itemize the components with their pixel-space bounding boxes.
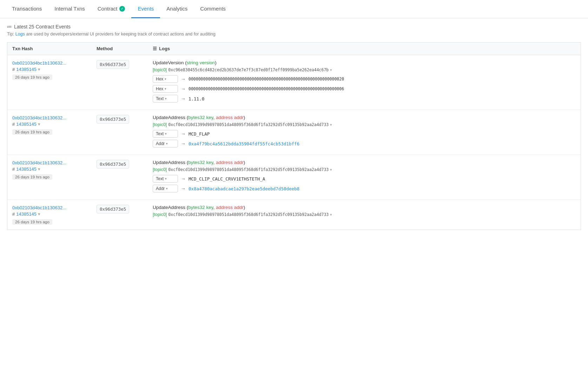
data-row: Hex ▾ → 00000000000000000000000000000000… <box>153 75 576 83</box>
block-line: # 14385145 ▾ <box>12 211 97 217</box>
topic-line: [topic0] 0xcf0ecd10d1399d98978051da48095… <box>153 167 576 172</box>
topic-hash: 0xcf0ecd10d1399d98978051da48095f368d6f1f… <box>168 212 329 217</box>
tab-transactions-label: Transactions <box>12 6 42 12</box>
topic-line: [topic0] 0xcf0ecd10d1399d98978051da48095… <box>153 212 576 217</box>
txn-col: 0xb02103d4bc1b130632... # 14385145 ▾ 26 … <box>12 160 97 180</box>
logs-label: Logs <box>159 46 170 51</box>
arrow: → <box>181 131 186 137</box>
tab-analytics[interactable]: Analytics <box>160 0 194 18</box>
tab-events-label: Events <box>138 6 154 12</box>
tip-link[interactable]: Logs <box>15 32 25 37</box>
txn-hash-link[interactable]: 0xb02103d4bc1b130632... <box>12 205 66 210</box>
section-title-text: Latest 25 Contract Events <box>14 24 71 29</box>
tip-suffix: are used by developers/external UI provi… <box>26 32 215 37</box>
txn-col: 0xb02103d4bc1b130632... # 14385145 ▾ 26 … <box>12 115 97 135</box>
topic-hash: 0xc96e830455c6cd482ced2b3637de7e7f3c87ed… <box>168 67 329 72</box>
topic-line: [topic0] 0xcf0ecd10d1399d98978051da48095… <box>153 122 576 127</box>
block-prefix: # <box>12 211 15 217</box>
tab-bar: Transactions Internal Txns Contract ✓ Ev… <box>0 0 588 18</box>
section-icon: ≔ <box>7 24 12 29</box>
format-btn-text1[interactable]: Text ▾ <box>153 95 178 103</box>
tab-internal-txns-label: Internal Txns <box>54 6 85 12</box>
method-col: 0x96d373e5 <box>97 115 153 124</box>
section-title: ≔ Latest 25 Contract Events <box>7 24 581 29</box>
method-badge: 0x96d373e5 <box>97 205 129 214</box>
txn-age: 26 days 19 hrs ago <box>12 129 52 135</box>
param-addr: address <box>216 205 233 210</box>
event-title: UpdateAddress (bytes32 key, address addr… <box>153 115 576 120</box>
table-row: 0xb02103d4bc1b130632... # 14385145 ▾ 26 … <box>7 55 581 110</box>
method-col: 0x96d373e5 <box>97 205 153 214</box>
method-badge: 0x96d373e5 <box>97 160 129 169</box>
tab-internal-txns[interactable]: Internal Txns <box>48 0 91 18</box>
block-line: # 14385145 ▾ <box>12 166 97 172</box>
block-link[interactable]: 14385145 <box>16 211 37 217</box>
txn-age: 26 days 19 hrs ago <box>12 74 52 80</box>
tab-events[interactable]: Events <box>131 0 160 18</box>
method-col: 0x96d373e5 <box>97 60 153 69</box>
data-row: Hex ▾ → 00000000000000000000000000000000… <box>153 85 576 93</box>
event-name: UpdateAddress <box>153 160 185 165</box>
topic-hash: 0xcf0ecd10d1399d98978051da48095f368d6f1f… <box>168 122 329 127</box>
data-value-text2: MCD_FLAP <box>189 131 210 137</box>
format-btn-addr1[interactable]: Addr ▾ <box>153 140 178 147</box>
event-title: UpdateAddress (bytes32 key, address addr… <box>153 160 576 165</box>
block-link[interactable]: 14385145 <box>16 166 37 172</box>
method-badge: 0x96d373e5 <box>97 60 129 69</box>
data-value-text3: MCD_CLIP_CALC_CRVV1ETHSTETH_A <box>189 176 265 182</box>
filter-icon[interactable]: ▾ <box>330 168 332 172</box>
table-row: 0xb02103d4bc1b130632... # 14385145 ▾ 26 … <box>7 110 581 155</box>
logs-col: UpdateVersion (string version) [topic0] … <box>153 60 576 105</box>
txn-hash-link[interactable]: 0xb02103d4bc1b130632... <box>12 115 66 120</box>
topic-hash: 0xcf0ecd10d1399d98978051da48095f368d6f1f… <box>168 167 329 172</box>
data-value-text1: 1.11.0 <box>189 96 204 101</box>
filter-icon[interactable]: ▾ <box>330 123 332 127</box>
param-addr: address <box>216 160 233 165</box>
block-prefix: # <box>12 122 15 127</box>
filter-icon[interactable]: ▾ <box>330 68 332 72</box>
arrow: → <box>181 176 186 182</box>
format-btn-text3[interactable]: Text ▾ <box>153 175 178 183</box>
tab-comments[interactable]: Comments <box>194 0 232 18</box>
topic-label: [topic0] <box>153 67 167 72</box>
tab-contract[interactable]: Contract ✓ <box>91 0 132 18</box>
txn-hash-link[interactable]: 0xb02103d4bc1b130632... <box>12 60 66 66</box>
topic-label: [topic0] <box>153 167 167 172</box>
format-btn-hex2[interactable]: Hex ▾ <box>153 85 178 93</box>
logs-col: UpdateAddress (bytes32 key, address addr… <box>153 160 576 195</box>
arrow: → <box>181 76 186 82</box>
verified-icon: ✓ <box>119 6 125 12</box>
event-name: UpdateAddress <box>153 205 185 210</box>
block-link[interactable]: 14385145 <box>16 122 37 127</box>
filter-icon[interactable]: ▾ <box>330 212 332 217</box>
event-name: UpdateAddress <box>153 115 185 120</box>
txn-col: 0xb02103d4bc1b130632... # 14385145 ▾ 26 … <box>12 60 97 80</box>
data-row: Text ▾ → MCD_FLAP <box>153 130 576 138</box>
data-value-addr1: 0xa4f79bc4a5612bdda35904fdf55fc4cb53d1bf… <box>189 141 299 146</box>
main-content: ≔ Latest 25 Contract Events Tip: Logs ar… <box>0 18 588 236</box>
topic-line: [topic0] 0xc96e830455c6cd482ced2b3637de7… <box>153 67 576 72</box>
txn-age: 26 days 19 hrs ago <box>12 174 52 180</box>
block-link[interactable]: 14385145 <box>16 67 37 72</box>
event-name: UpdateVersion <box>153 60 184 65</box>
filter-funnel: ▾ <box>38 122 40 127</box>
tab-transactions[interactable]: Transactions <box>6 0 48 18</box>
format-btn-hex1[interactable]: Hex ▾ <box>153 75 178 83</box>
data-value-hex2: 0000000000000000000000000000000000000000… <box>189 86 344 91</box>
logs-col: UpdateAddress (bytes32 key, address addr… <box>153 115 576 150</box>
table-row: 0xb02103d4bc1b130632... # 14385145 ▾ 26 … <box>7 155 581 200</box>
block-prefix: # <box>12 166 15 172</box>
param-name-0: bytes32 <box>188 115 205 120</box>
format-btn-addr2[interactable]: Addr ▾ <box>153 185 178 192</box>
data-value-hex1: 0000000000000000000000000000000000000000… <box>189 77 344 81</box>
event-title: UpdateVersion (string version) <box>153 60 576 65</box>
logs-col: UpdateAddress (bytes32 key, address addr… <box>153 205 576 220</box>
txn-hash-link[interactable]: 0xb02103d4bc1b130632... <box>12 160 66 165</box>
method-col: 0x96d373e5 <box>97 160 153 169</box>
arrow: → <box>181 141 186 146</box>
block-line: # 14385145 ▾ <box>12 67 97 72</box>
format-btn-text2[interactable]: Text ▾ <box>153 130 178 138</box>
arrow: → <box>181 96 186 101</box>
data-row: Text ▾ → 1.11.0 <box>153 95 576 103</box>
logs-icon: ☰ <box>153 46 157 51</box>
